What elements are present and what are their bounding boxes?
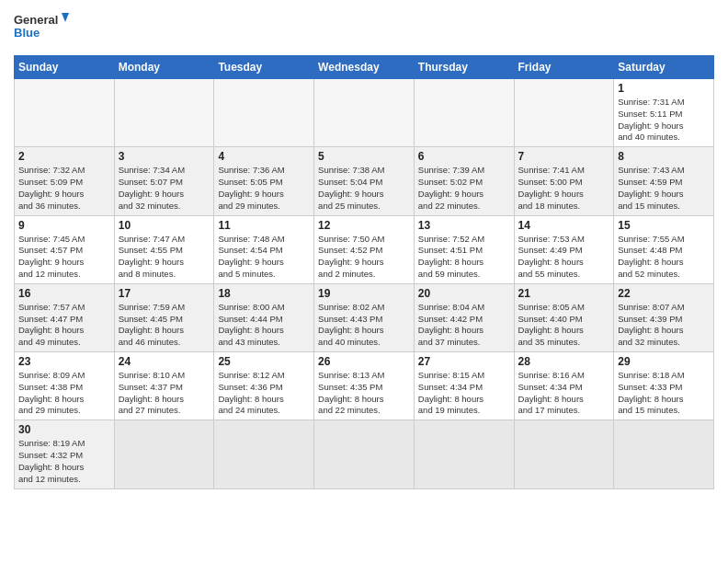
- calendar-cell: [114, 420, 214, 488]
- day-number: 16: [18, 287, 110, 300]
- day-info: Sunrise: 8:19 AM Sunset: 4:32 PM Dayligh…: [18, 438, 110, 485]
- calendar-cell: 15Sunrise: 7:55 AM Sunset: 4:48 PM Dayli…: [614, 215, 714, 283]
- day-info: Sunrise: 7:47 AM Sunset: 4:55 PM Dayligh…: [119, 234, 210, 281]
- calendar-cell: 10Sunrise: 7:47 AM Sunset: 4:55 PM Dayli…: [114, 215, 214, 283]
- calendar-cell: 23Sunrise: 8:09 AM Sunset: 4:38 PM Dayli…: [15, 352, 115, 420]
- day-info: Sunrise: 8:07 AM Sunset: 4:39 PM Dayligh…: [618, 302, 710, 349]
- day-info: Sunrise: 8:16 AM Sunset: 4:34 PM Dayligh…: [518, 370, 610, 417]
- weekday-header-row: SundayMondayTuesdayWednesdayThursdayFrid…: [15, 56, 714, 79]
- calendar-cell: [314, 79, 415, 147]
- calendar-cell: 7Sunrise: 7:41 AM Sunset: 5:00 PM Daylig…: [514, 147, 614, 215]
- day-info: Sunrise: 7:38 AM Sunset: 5:04 PM Dayligh…: [318, 165, 410, 212]
- day-info: Sunrise: 8:09 AM Sunset: 4:38 PM Dayligh…: [18, 370, 110, 417]
- calendar-cell: 1Sunrise: 7:31 AM Sunset: 5:11 PM Daylig…: [614, 79, 714, 147]
- day-number: 21: [518, 287, 610, 300]
- day-number: 6: [418, 150, 510, 163]
- day-info: Sunrise: 8:05 AM Sunset: 4:40 PM Dayligh…: [518, 302, 610, 349]
- weekday-header-monday: Monday: [114, 56, 214, 79]
- weekday-header-saturday: Saturday: [614, 56, 714, 79]
- day-number: 25: [218, 355, 310, 368]
- calendar-cell: 11Sunrise: 7:48 AM Sunset: 4:54 PM Dayli…: [214, 215, 314, 283]
- calendar-cell: 2Sunrise: 7:32 AM Sunset: 5:09 PM Daylig…: [15, 147, 115, 215]
- weekday-header-tuesday: Tuesday: [214, 56, 314, 79]
- calendar-cell: [214, 79, 314, 147]
- calendar-cell: [414, 420, 514, 488]
- calendar-cell: 29Sunrise: 8:18 AM Sunset: 4:33 PM Dayli…: [614, 352, 714, 420]
- svg-text:General: General: [14, 13, 58, 27]
- calendar-cell: 12Sunrise: 7:50 AM Sunset: 4:52 PM Dayli…: [314, 215, 415, 283]
- day-info: Sunrise: 7:48 AM Sunset: 4:54 PM Dayligh…: [218, 234, 310, 281]
- day-info: Sunrise: 8:02 AM Sunset: 4:43 PM Dayligh…: [318, 302, 410, 349]
- calendar-cell: [614, 420, 714, 488]
- day-number: 11: [218, 219, 310, 232]
- day-info: Sunrise: 7:53 AM Sunset: 4:49 PM Dayligh…: [518, 234, 610, 281]
- day-info: Sunrise: 7:57 AM Sunset: 4:47 PM Dayligh…: [18, 302, 110, 349]
- calendar-cell: [514, 420, 614, 488]
- day-info: Sunrise: 8:00 AM Sunset: 4:44 PM Dayligh…: [218, 302, 310, 349]
- weekday-header-thursday: Thursday: [414, 56, 514, 79]
- day-info: Sunrise: 7:32 AM Sunset: 5:09 PM Dayligh…: [18, 165, 110, 212]
- logo-svg: General Blue: [14, 9, 69, 48]
- calendar-cell: 13Sunrise: 7:52 AM Sunset: 4:51 PM Dayli…: [414, 215, 514, 283]
- page: General Blue SundayMondayTuesdayWednesda…: [0, 0, 728, 563]
- day-number: 13: [418, 219, 510, 232]
- day-number: 7: [518, 150, 610, 163]
- day-number: 8: [618, 150, 710, 163]
- header: General Blue: [14, 9, 714, 48]
- day-info: Sunrise: 7:59 AM Sunset: 4:45 PM Dayligh…: [119, 302, 210, 349]
- calendar-cell: [214, 420, 314, 488]
- day-number: 2: [18, 150, 110, 163]
- calendar-cell: 14Sunrise: 7:53 AM Sunset: 4:49 PM Dayli…: [514, 215, 614, 283]
- svg-text:Blue: Blue: [14, 26, 40, 40]
- day-number: 26: [318, 355, 410, 368]
- day-info: Sunrise: 8:04 AM Sunset: 4:42 PM Dayligh…: [418, 302, 510, 349]
- calendar-cell: 5Sunrise: 7:38 AM Sunset: 5:04 PM Daylig…: [314, 147, 415, 215]
- svg-marker-2: [62, 13, 69, 22]
- calendar-cell: 28Sunrise: 8:16 AM Sunset: 4:34 PM Dayli…: [514, 352, 614, 420]
- calendar-cell: 27Sunrise: 8:15 AM Sunset: 4:34 PM Dayli…: [414, 352, 514, 420]
- day-info: Sunrise: 7:45 AM Sunset: 4:57 PM Dayligh…: [18, 234, 110, 281]
- day-info: Sunrise: 8:10 AM Sunset: 4:37 PM Dayligh…: [119, 370, 210, 417]
- day-number: 12: [318, 219, 410, 232]
- day-info: Sunrise: 7:52 AM Sunset: 4:51 PM Dayligh…: [418, 234, 510, 281]
- calendar-cell: 9Sunrise: 7:45 AM Sunset: 4:57 PM Daylig…: [15, 215, 115, 283]
- calendar-cell: [514, 79, 614, 147]
- calendar-cell: 6Sunrise: 7:39 AM Sunset: 5:02 PM Daylig…: [414, 147, 514, 215]
- weekday-header-wednesday: Wednesday: [314, 56, 415, 79]
- calendar-cell: 4Sunrise: 7:36 AM Sunset: 5:05 PM Daylig…: [214, 147, 314, 215]
- calendar-cell: 25Sunrise: 8:12 AM Sunset: 4:36 PM Dayli…: [214, 352, 314, 420]
- calendar-cell: 22Sunrise: 8:07 AM Sunset: 4:39 PM Dayli…: [614, 283, 714, 351]
- weekday-header-sunday: Sunday: [15, 56, 115, 79]
- day-number: 19: [318, 287, 410, 300]
- week-row-1: 1Sunrise: 7:31 AM Sunset: 5:11 PM Daylig…: [15, 79, 714, 147]
- day-number: 17: [119, 287, 210, 300]
- calendar-cell: 20Sunrise: 8:04 AM Sunset: 4:42 PM Dayli…: [414, 283, 514, 351]
- calendar: SundayMondayTuesdayWednesdayThursdayFrid…: [14, 55, 714, 489]
- logo: General Blue: [14, 9, 69, 48]
- day-number: 20: [418, 287, 510, 300]
- week-row-4: 16Sunrise: 7:57 AM Sunset: 4:47 PM Dayli…: [15, 283, 714, 351]
- day-number: 15: [618, 219, 710, 232]
- calendar-cell: 24Sunrise: 8:10 AM Sunset: 4:37 PM Dayli…: [114, 352, 214, 420]
- day-number: 10: [119, 219, 210, 232]
- day-info: Sunrise: 7:50 AM Sunset: 4:52 PM Dayligh…: [318, 234, 410, 281]
- day-info: Sunrise: 8:12 AM Sunset: 4:36 PM Dayligh…: [218, 370, 310, 417]
- calendar-cell: 8Sunrise: 7:43 AM Sunset: 4:59 PM Daylig…: [614, 147, 714, 215]
- day-number: 4: [218, 150, 310, 163]
- calendar-cell: 21Sunrise: 8:05 AM Sunset: 4:40 PM Dayli…: [514, 283, 614, 351]
- day-info: Sunrise: 7:43 AM Sunset: 4:59 PM Dayligh…: [618, 165, 710, 212]
- day-number: 9: [18, 219, 110, 232]
- weekday-header-friday: Friday: [514, 56, 614, 79]
- day-number: 28: [518, 355, 610, 368]
- day-info: Sunrise: 8:13 AM Sunset: 4:35 PM Dayligh…: [318, 370, 410, 417]
- day-number: 24: [119, 355, 210, 368]
- day-info: Sunrise: 7:31 AM Sunset: 5:11 PM Dayligh…: [618, 97, 710, 144]
- week-row-6: 30Sunrise: 8:19 AM Sunset: 4:32 PM Dayli…: [15, 420, 714, 488]
- day-info: Sunrise: 7:55 AM Sunset: 4:48 PM Dayligh…: [618, 234, 710, 281]
- day-number: 22: [618, 287, 710, 300]
- day-number: 3: [119, 150, 210, 163]
- day-number: 27: [418, 355, 510, 368]
- calendar-cell: 3Sunrise: 7:34 AM Sunset: 5:07 PM Daylig…: [114, 147, 214, 215]
- day-info: Sunrise: 8:18 AM Sunset: 4:33 PM Dayligh…: [618, 370, 710, 417]
- day-info: Sunrise: 7:41 AM Sunset: 5:00 PM Dayligh…: [518, 165, 610, 212]
